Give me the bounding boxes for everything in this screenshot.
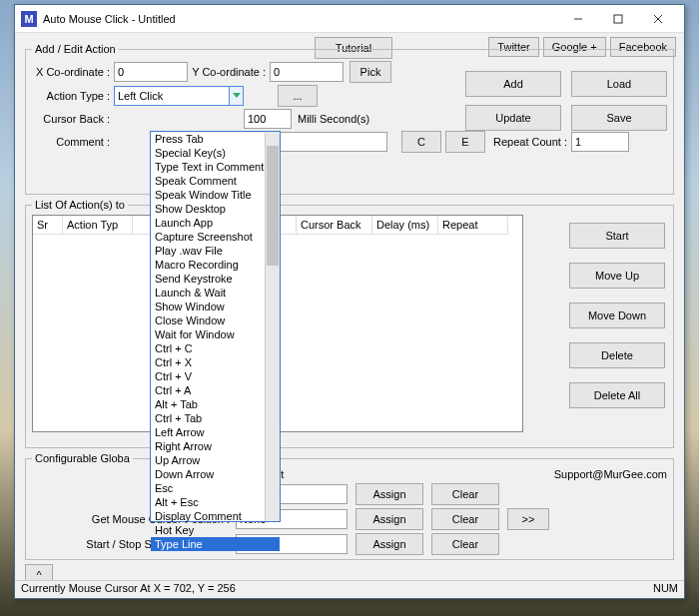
- action-type-dropdown[interactable]: Press TabSpecial Key(s)Type Text in Comm…: [150, 131, 281, 522]
- col-repeat[interactable]: Repeat: [438, 216, 508, 235]
- dropdown-item[interactable]: Special Key(s): [151, 146, 280, 160]
- status-text: Currently Mouse Cursor At X = 702, Y = 2…: [21, 582, 236, 597]
- dropdown-item[interactable]: Show Window: [151, 300, 280, 313]
- dropdown-item[interactable]: Hot Key: [151, 523, 280, 537]
- shortcuts-group: Configurable Globa this Script Support@M…: [25, 452, 674, 560]
- y-label: Y Co-ordinate :: [188, 66, 270, 78]
- dropdown-item[interactable]: Speak Window Title: [151, 188, 280, 202]
- assign3-button[interactable]: Assign: [355, 533, 423, 555]
- move-down-button[interactable]: Move Down: [569, 303, 665, 328]
- action-type-label: Action Type :: [32, 90, 114, 102]
- ms-label: Milli Second(s): [298, 113, 369, 125]
- cursor-back-label: Cursor Back :: [32, 113, 114, 125]
- dropdown-item[interactable]: Esc: [151, 481, 280, 495]
- dropdown-item[interactable]: Alt + Esc: [151, 495, 280, 509]
- content-area: Twitter Google + Facebook Tutorial Add /…: [15, 33, 684, 580]
- dropdown-item[interactable]: Display Comment: [151, 509, 280, 523]
- status-bar: Currently Mouse Cursor At X = 702, Y = 2…: [15, 580, 684, 598]
- clear3-button[interactable]: Clear: [431, 533, 499, 555]
- pick-button[interactable]: Pick: [350, 61, 391, 83]
- clear1-button[interactable]: Clear: [431, 483, 499, 505]
- svg-rect-1: [614, 15, 622, 23]
- repeat-count-input[interactable]: [571, 132, 629, 152]
- window-title: Auto Mouse Click - Untitled: [43, 13, 558, 25]
- dropdown-item[interactable]: Play .wav File: [151, 244, 280, 258]
- support-link[interactable]: Support@MurGee.com: [554, 468, 667, 480]
- dropdown-item[interactable]: Right Arrow: [151, 439, 280, 453]
- maximize-button[interactable]: [598, 7, 638, 31]
- action-type-select[interactable]: [114, 86, 230, 106]
- dropdown-item[interactable]: Ctrl + V: [151, 369, 280, 383]
- delay-input[interactable]: [244, 109, 292, 129]
- move-up-button[interactable]: Move Up: [569, 263, 665, 289]
- dropdown-item[interactable]: Ctrl + A: [151, 383, 280, 397]
- delete-button[interactable]: Delete: [569, 342, 665, 368]
- dropdown-item[interactable]: Launch & Wait: [151, 286, 280, 300]
- dropdown-item[interactable]: Left Arrow: [151, 425, 280, 439]
- num-indicator: NUM: [653, 582, 678, 597]
- c-button[interactable]: C: [401, 131, 441, 153]
- action-list-legend: List Of Action(s) to: [32, 199, 128, 211]
- x-input[interactable]: [114, 62, 188, 82]
- col-delay[interactable]: Delay (ms): [372, 216, 438, 235]
- dropdown-item[interactable]: Speak Comment: [151, 174, 280, 188]
- dropdown-item[interactable]: Type Text in Comment: [151, 160, 280, 174]
- assign2-button[interactable]: Assign: [355, 508, 423, 530]
- dropdown-item[interactable]: Ctrl + X: [151, 355, 280, 369]
- svg-marker-4: [233, 93, 241, 98]
- save-button[interactable]: Save: [571, 105, 667, 131]
- dropdown-item[interactable]: Show Desktop: [151, 202, 280, 216]
- dropdown-item[interactable]: Ctrl + Tab: [151, 411, 280, 425]
- dropdown-item[interactable]: Type Line: [151, 537, 280, 551]
- more-button[interactable]: >>: [507, 508, 549, 530]
- y-input[interactable]: [270, 62, 344, 82]
- dropdown-item[interactable]: Close Window: [151, 313, 280, 327]
- dropdown-item[interactable]: Macro Recording: [151, 258, 280, 272]
- titlebar[interactable]: M Auto Mouse Click - Untitled: [15, 5, 684, 33]
- chevron-down-icon[interactable]: [230, 86, 244, 106]
- action-list-group: List Of Action(s) to Sr Action Typ Curso…: [25, 199, 674, 448]
- dropdown-item[interactable]: Capture Screenshot: [151, 230, 280, 244]
- col-sr[interactable]: Sr: [33, 216, 63, 235]
- minimize-button[interactable]: [558, 7, 598, 31]
- clear2-button[interactable]: Clear: [431, 508, 499, 530]
- repeat-count-label: Repeat Count :: [485, 136, 571, 148]
- comment-label: Comment :: [32, 136, 114, 148]
- x-label: X Co-ordinate :: [32, 66, 114, 78]
- dropdown-scrollbar[interactable]: [265, 132, 280, 521]
- action-more-button[interactable]: ...: [278, 85, 318, 107]
- dropdown-item[interactable]: Send Keystroke: [151, 272, 280, 286]
- dropdown-item[interactable]: Alt + Tab: [151, 397, 280, 411]
- dropdown-item[interactable]: Ctrl + C: [151, 341, 280, 355]
- dropdown-item[interactable]: Down Arrow: [151, 467, 280, 481]
- dropdown-item[interactable]: Launch App: [151, 216, 280, 230]
- app-window: M Auto Mouse Click - Untitled Twitter Go…: [14, 4, 685, 599]
- close-button[interactable]: [638, 7, 678, 31]
- update-button[interactable]: Update: [465, 105, 561, 131]
- dropdown-item[interactable]: Press Tab: [151, 132, 280, 146]
- add-edit-group: Add / Edit Action X Co-ordinate : Y Co-o…: [25, 43, 674, 195]
- assign1-button[interactable]: Assign: [355, 483, 423, 505]
- add-edit-legend: Add / Edit Action: [32, 43, 119, 55]
- add-button[interactable]: Add: [465, 71, 561, 97]
- col-cursor-back[interactable]: Cursor Back: [297, 216, 372, 235]
- col-action-type[interactable]: Action Typ: [63, 216, 133, 235]
- e-button[interactable]: E: [445, 131, 485, 153]
- app-icon: M: [21, 11, 37, 27]
- dropdown-item[interactable]: Up Arrow: [151, 453, 280, 467]
- start-button[interactable]: Start: [569, 223, 665, 249]
- scroll-thumb[interactable]: [267, 146, 279, 266]
- load-button[interactable]: Load: [571, 71, 667, 97]
- dropdown-item[interactable]: Wait for Window: [151, 327, 280, 341]
- shortcuts-legend: Configurable Globa: [32, 452, 133, 464]
- delete-all-button[interactable]: Delete All: [569, 382, 665, 408]
